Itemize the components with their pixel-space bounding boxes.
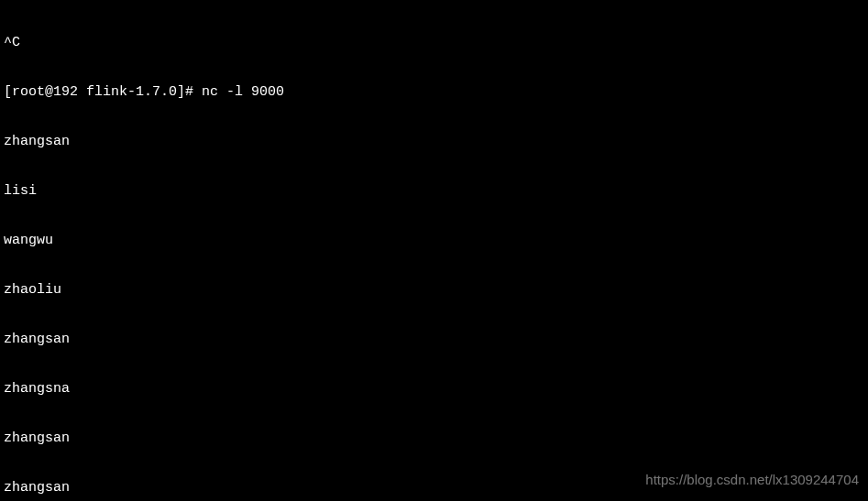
terminal-line: wangwu	[4, 233, 864, 249]
terminal-line: zhangsan	[4, 430, 864, 447]
terminal-line: lisi	[4, 183, 864, 200]
terminal-line: zhaoliu	[4, 282, 864, 299]
terminal-line: zhangsan	[4, 134, 864, 150]
terminal-line: ^C	[4, 35, 864, 51]
terminal-line: zhangsna	[4, 381, 864, 398]
terminal-line: [root@192 flink-1.7.0]# nc -l 9000	[4, 84, 864, 101]
terminal-pane-top[interactable]: ^C [root@192 flink-1.7.0]# nc -l 9000 zh…	[0, 0, 868, 501]
terminal-line: zhangsan	[4, 332, 864, 348]
terminal-line: zhangsan	[4, 480, 864, 496]
